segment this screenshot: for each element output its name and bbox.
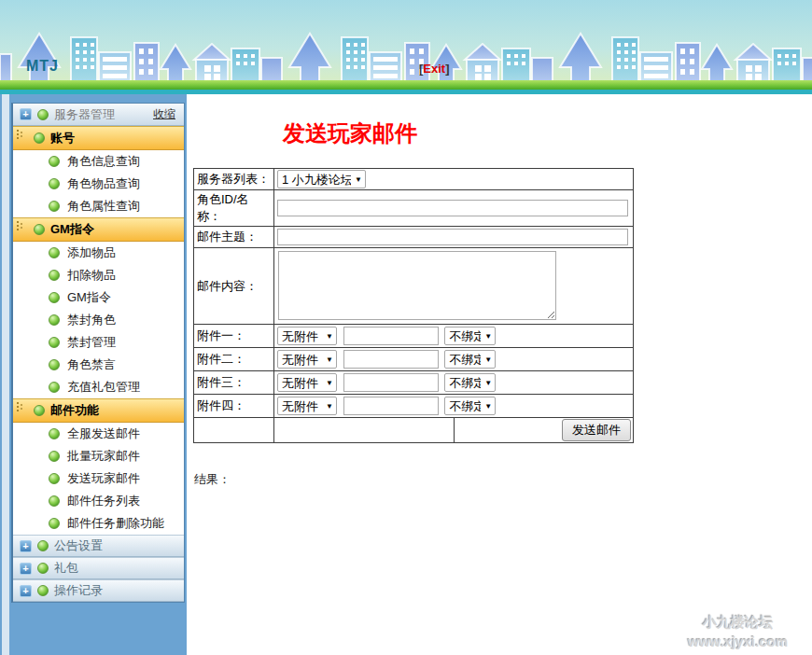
sidebar-item-label: 角色属性查询 [67,198,140,215]
sidebar-section-account[interactable]: 账号 [13,126,184,150]
status-orb-icon [37,109,49,120]
sidebar-item-ban-management[interactable]: 禁封管理 [13,331,184,354]
attachment-4-input[interactable] [343,397,439,415]
sidebar-section-label: 服务器管理 [54,106,115,123]
collapse-link[interactable]: 收缩 [153,106,175,122]
sidebar-section-gm-command[interactable]: GM指令 [13,217,184,242]
status-orb-icon [34,132,45,144]
watermark-line1: 小九楼论坛 [688,612,788,632]
sidebar-item-recharge-gift-management[interactable]: 充值礼包管理 [13,376,184,398]
sidebar-item-send-all-server-mail[interactable]: 全服发送邮件 [13,423,184,445]
sidebar-item-label: 发送玩家邮件 [67,470,140,487]
sidebar-item-add-item[interactable]: 添加物品 [13,242,184,264]
attachment-3-input[interactable] [343,373,439,392]
status-orb-icon [49,473,60,484]
attachment-1-type-select[interactable]: 无附件 [277,327,337,345]
status-orb-icon [49,178,60,189]
status-orb-icon [49,495,60,507]
status-orb-icon [49,270,60,281]
sidebar-item-label: 邮件任务列表 [67,493,140,509]
expand-plus-icon[interactable]: + [20,563,32,575]
status-orb-icon [49,518,60,529]
sidebar-item-batch-player-mail[interactable]: 批量玩家邮件 [13,445,184,467]
mail-content-textarea[interactable] [278,251,556,320]
server-select[interactable]: 1 小九楼论坛 [277,170,366,188]
status-orb-icon [49,359,60,370]
status-orb-icon [49,337,60,348]
status-orb-icon [37,540,49,551]
status-orb-icon [34,405,45,416]
sidebar-item-label: 禁封管理 [67,334,116,351]
expand-plus-icon[interactable]: + [20,585,32,597]
attachment-2-type-select[interactable]: 无附件 [277,350,337,369]
send-mail-button[interactable]: 发送邮件 [562,419,631,441]
sidebar-section-mail-function[interactable]: 邮件功能 [13,398,184,423]
sidebar-item-deduct-item[interactable]: 扣除物品 [13,264,184,286]
sidebar-item-label: 扣除物品 [67,267,116,284]
grip-icon [17,402,19,404]
status-orb-icon [37,563,49,574]
attachment-2-label: 附件二： [194,348,274,371]
exit-link-wrap: [Exit] [419,62,450,76]
send-mail-form: 服务器列表： 1 小九楼论坛 ▼ 角色ID/名称： [193,168,634,443]
mail-subject-input[interactable] [277,229,628,245]
empty-cell [194,418,274,443]
attachment-3-type-select[interactable]: 无附件 [277,373,337,392]
sidebar-item-label: GM指令 [67,289,111,306]
attachment-4-bind-select[interactable]: 不绑定 [444,397,496,415]
page: MTJ [Exit] + 服务器管理 收缩 账号 [0,0,812,655]
sidebar-item-role-mute[interactable]: 角色禁言 [13,354,184,376]
attachment-1-bind-select[interactable]: 不绑定 [444,327,496,345]
sidebar-item-label: 角色禁言 [67,356,116,373]
sidebar-item-role-info-query[interactable]: 角色信息查询 [13,150,184,173]
attachment-2-input[interactable] [343,350,439,369]
attachment-1-label: 附件一： [194,325,274,348]
sidebar-section-server-management[interactable]: + 服务器管理 收缩 [13,104,184,126]
exit-link[interactable]: Exit [423,62,445,76]
status-orb-icon [49,247,60,258]
attachment-4-label: 附件四： [194,395,274,418]
sidebar-section-label: 操作记录 [54,582,103,599]
logo: MTJ [26,58,59,75]
sidebar-section-operation-log[interactable]: + 操作记录 [13,579,184,602]
sidebar-item-label: 角色信息查询 [67,153,140,170]
sidebar-item-role-item-query[interactable]: 角色物品查询 [13,173,184,195]
sidebar-section-label: 礼包 [54,560,78,577]
expand-plus-icon[interactable]: + [20,108,32,120]
server-list-label: 服务器列表： [194,169,274,190]
sidebar-section-label: 公告设置 [54,537,103,554]
sidebar-item-mail-task-delete[interactable]: 邮件任务删除功能 [13,512,184,535]
page-title: 发送玩家邮件 [283,118,812,148]
attachment-2-bind-select[interactable]: 不绑定 [444,350,496,369]
content-area: + 服务器管理 收缩 账号 角色信息查询 角色物品查询 [0,94,812,655]
expand-plus-icon[interactable]: + [20,540,32,552]
attachment-4-type-select[interactable]: 无附件 [277,397,337,415]
grip-icon [17,130,19,132]
status-orb-icon [49,201,60,212]
attachment-3-bind-select[interactable]: 不绑定 [444,373,496,392]
sidebar-section-gift-pack[interactable]: + 礼包 [13,557,184,579]
status-orb-icon [34,224,45,235]
sidebar-item-role-attr-query[interactable]: 角色属性查询 [13,195,184,217]
sidebar-item-ban-role[interactable]: 禁封角色 [13,309,184,331]
watermark: 小九楼论坛 www.xjyxi.com [688,612,788,651]
status-orb-icon [37,585,49,596]
status-orb-icon [49,314,60,326]
role-id-input[interactable] [277,200,628,216]
result-label: 结果： [194,471,812,488]
sidebar-item-label: 全服发送邮件 [67,425,140,442]
sidebar-item-mail-task-list[interactable]: 邮件任务列表 [13,490,184,512]
attachment-1-input[interactable] [343,327,439,345]
sidebar-section-announcement-settings[interactable]: + 公告设置 [13,535,184,557]
sidebar-item-gm-command[interactable]: GM指令 [13,286,184,309]
sidebar: + 服务器管理 收缩 账号 角色信息查询 角色物品查询 [0,94,187,655]
header-banner: MTJ [Exit] [0,0,812,94]
status-orb-icon [49,382,60,393]
grip-icon [17,221,19,223]
exit-bracket-close: ] [445,62,449,76]
sidebar-item-label: 批量玩家邮件 [67,448,140,465]
empty-cell [274,418,455,443]
mail-content-label: 邮件内容： [194,248,274,325]
sidebar-item-label: 邮件任务删除功能 [67,515,164,532]
sidebar-item-send-player-mail[interactable]: 发送玩家邮件 [13,467,184,490]
